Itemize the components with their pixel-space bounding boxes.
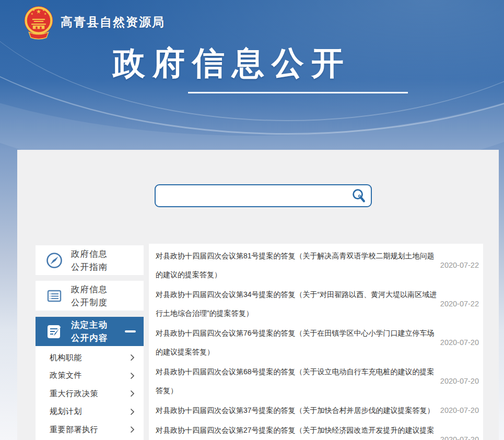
submenu-item[interactable]: 重大行政决策 [36, 385, 144, 403]
site-brand[interactable]: 高青县自然资源局 [23, 4, 165, 40]
list-item-title[interactable]: 对县政协十四届四次会议第76号提案的答复（关于在田镇学区中心小学门口建立停车场的… [156, 324, 440, 361]
list-item[interactable]: 对县政协十四届四次会议第37号提案的答复（关于加快合村并居步伐的建议提案答复） … [156, 401, 479, 420]
submenu-item[interactable]: 政策文件 [36, 367, 144, 385]
submenu-item-label: 规划计划 [50, 407, 130, 417]
list-item-date: 2020-07-20 [440, 435, 479, 440]
list-item[interactable]: 对县政协十四届四次会议第81号提案的答复（关于解决高青双语学校二期规划土地问题的… [156, 246, 479, 284]
submenu-item[interactable]: 规划计划 [36, 403, 144, 421]
submenu-item[interactable]: 重要部署执行 [36, 421, 144, 439]
search-button[interactable] [346, 185, 371, 206]
header-banner: 高青县自然资源局 政府信息公开 [0, 0, 504, 150]
list-item-title[interactable]: 对县政协十四届四次会议第37号提案的答复（关于加快合村并居步伐的建议提案答复） [156, 401, 440, 420]
search-icon [350, 187, 367, 204]
chevron-right-icon [130, 354, 135, 361]
sidebar-item-open-guide[interactable]: 政府信息 公开指南 [36, 245, 144, 275]
search-bar [155, 184, 372, 207]
compass-icon [44, 251, 64, 270]
clipboard-pen-icon [44, 322, 64, 341]
list-item-title[interactable]: 对县政协十四届四次会议第81号提案的答复（关于解决高青双语学校二期规划土地问题的… [156, 246, 440, 284]
china-national-emblem-icon [23, 4, 54, 40]
document-list-icon [44, 286, 64, 306]
sidebar-item-statutory-disclosure[interactable]: 法定主动 公开内容 [36, 317, 144, 346]
chevron-right-icon [130, 372, 135, 379]
list-item[interactable]: 对县政协十四届四次会议第76号提案的答复（关于在田镇学区中心小学门口建立停车场的… [156, 324, 479, 361]
list-item-date: 2020-07-22 [440, 261, 479, 269]
list-item-date: 2020-07-20 [440, 338, 479, 347]
submenu-item-label: 政策文件 [50, 371, 130, 380]
submenu-item-label: 机构职能 [50, 353, 130, 363]
content-panel: 政府信息 公开指南 政府信息 公开制度 [17, 150, 499, 440]
submenu-item-label: 重要部署执行 [50, 425, 130, 435]
sidebar-item-label: 政府信息 公开制度 [71, 283, 108, 309]
submenu-item-label: 重大行政决策 [50, 389, 130, 399]
sidebar: 政府信息 公开指南 政府信息 公开制度 [36, 245, 144, 440]
list-item[interactable]: 对县政协十四届四次会议第34号提案的答复（关于“对田翟路以西、黄河大堤以南区域进… [156, 285, 479, 323]
list-item-title[interactable]: 对县政协十四届四次会议第27号提案的答复（关于加快经济园改造开发提升的建议提案答… [156, 421, 440, 440]
site-name: 高青县自然资源局 [61, 14, 165, 30]
sidebar-item-label: 法定主动 公开内容 [71, 318, 108, 344]
chevron-right-icon [130, 390, 135, 397]
list-item-date: 2020-07-20 [440, 406, 479, 414]
title-underline [188, 92, 408, 93]
list-item-date: 2020-07-20 [440, 377, 479, 385]
page-background: 高青县自然资源局 政府信息公开 [0, 0, 504, 440]
list-item-title[interactable]: 对县政协十四届四次会议第34号提案的答复（关于“对田翟路以西、黄河大堤以南区域进… [156, 285, 440, 323]
minus-icon [125, 330, 136, 332]
list-item[interactable]: 对县政协十四届四次会议第27号提案的答复（关于加快经济园改造开发提升的建议提案答… [156, 421, 479, 440]
chevron-right-icon [130, 426, 135, 433]
page-title: 政府信息公开 [113, 44, 351, 82]
chevron-right-icon [130, 408, 135, 415]
list-item-title[interactable]: 对县政协十四届四次会议第68号提案的答复（关于设立电动自行车充电桩的建议的提案答… [156, 362, 440, 400]
sidebar-item-open-system[interactable]: 政府信息 公开制度 [36, 281, 144, 311]
list-item[interactable]: 对县政协十四届四次会议第68号提案的答复（关于设立电动自行车充电桩的建议的提案答… [156, 362, 479, 400]
sidebar-submenu: 机构职能 政策文件 重大行政决策 [36, 346, 144, 440]
submenu-item[interactable]: 机构职能 [36, 349, 144, 367]
search-input[interactable] [156, 185, 346, 206]
list-item-date: 2020-07-22 [440, 300, 479, 308]
sidebar-item-label: 政府信息 公开指南 [71, 247, 108, 273]
article-list: 对县政协十四届四次会议第81号提案的答复（关于解决高青双语学校二期规划土地问题的… [149, 244, 483, 440]
